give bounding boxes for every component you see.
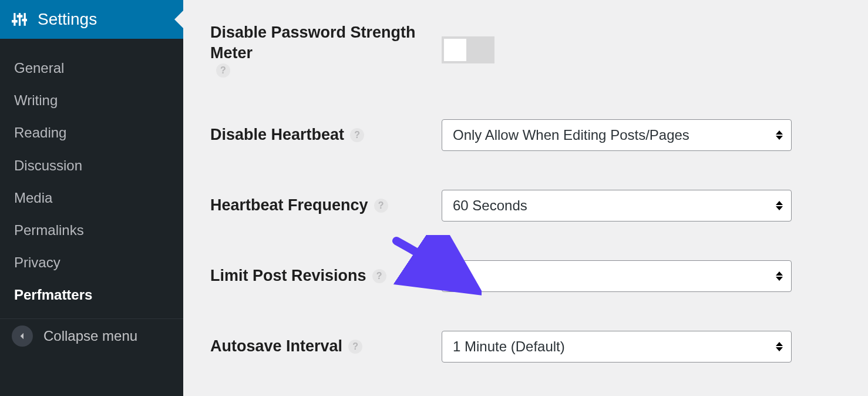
svg-rect-1 [12,20,18,22]
sidebar-item-reading[interactable]: Reading [0,116,183,149]
sidebar-item-writing[interactable]: Writing [0,84,183,116]
toggle-disable-password-strength[interactable] [442,36,494,63]
sidebar-item-general[interactable]: General [0,52,183,84]
label-text: Disable Heartbeat [210,125,344,145]
select-value: 1 Minute (Default) [453,338,565,355]
collapse-menu-label: Collapse menu [43,328,137,344]
help-icon[interactable]: ? [350,128,364,142]
help-icon[interactable]: ? [348,340,362,354]
sidebar-item-permalinks[interactable]: Permalinks [0,214,183,246]
label-text: Limit Post Revisions [210,266,366,286]
updown-icon [776,271,783,281]
help-icon[interactable]: ? [374,199,388,213]
select-disable-heartbeat[interactable]: Only Allow When Editing Posts/Pages [442,119,792,151]
sidebar-section-title: Settings [38,10,97,29]
updown-icon [776,130,783,140]
svg-rect-3 [17,15,23,17]
sidebar-item-privacy[interactable]: Privacy [0,246,183,278]
help-icon[interactable]: ? [372,269,386,283]
label-text: Heartbeat Frequency [210,195,368,216]
settings-panel: Disable Password Strength Meter ? Disabl… [183,0,868,396]
svg-rect-5 [22,19,27,21]
chevron-left-icon [12,325,33,347]
toggle-knob [444,39,466,61]
label-text: Autosave Interval [210,336,342,357]
updown-icon [776,201,783,210]
svg-rect-0 [14,13,15,26]
setting-label: Heartbeat Frequency ? [183,195,442,216]
row-heartbeat-frequency: Heartbeat Frequency ? 60 Seconds [183,170,868,241]
setting-label: Limit Post Revisions ? [183,266,442,286]
row-disable-password-strength-meter: Disable Password Strength Meter ? [183,0,868,100]
setting-label: Disable Heartbeat ? [183,125,442,145]
sidebar-item-perfmatters[interactable]: Perfmatters [0,278,183,311]
select-value: 60 Seconds [453,197,527,214]
row-disable-heartbeat: Disable Heartbeat ? Only Allow When Edit… [183,100,868,170]
collapse-menu-button[interactable]: Collapse menu [0,318,183,354]
sidebar-menu: General Writing Reading Discussion Media… [0,39,183,311]
updown-icon [776,342,783,351]
row-autosave-interval: Autosave Interval ? 1 Minute (Default) [183,311,868,382]
select-value: Only Allow When Editing Posts/Pages [453,127,689,143]
sliders-icon [11,11,28,28]
sidebar-item-discussion[interactable]: Discussion [0,149,183,182]
svg-rect-2 [19,13,21,26]
select-value: 3 [453,268,460,284]
setting-label: Disable Password Strength Meter ? [183,22,442,78]
sidebar-section-settings[interactable]: Settings [0,0,183,39]
select-limit-post-revisions[interactable]: 3 [442,260,792,292]
help-icon[interactable]: ? [216,63,230,78]
row-limit-post-revisions: Limit Post Revisions ? 3 [183,241,868,311]
select-heartbeat-frequency[interactable]: 60 Seconds [442,190,792,222]
sidebar-item-media[interactable]: Media [0,182,183,214]
select-autosave-interval[interactable]: 1 Minute (Default) [442,331,792,363]
admin-sidebar: Settings General Writing Reading Discuss… [0,0,183,396]
setting-label: Autosave Interval ? [183,336,442,357]
label-text: Disable Password Strength Meter [210,22,442,63]
